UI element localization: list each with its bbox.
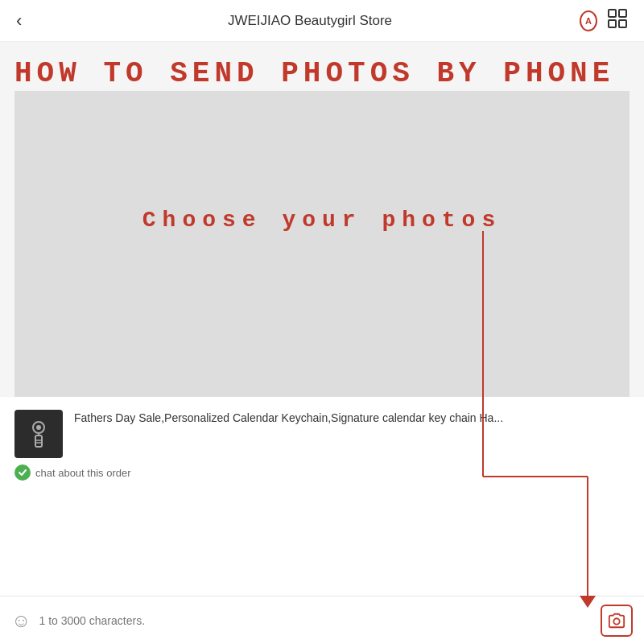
image-area: Choose your photos [14,91,630,397]
chat-order-label: chat about this order [35,467,131,479]
svg-rect-0 [609,10,616,17]
nav-icons: A [580,8,628,34]
navigation-bar: ‹ JWEIJIAO Beautygirl Store A [0,0,644,42]
product-thumbnail [14,410,63,458]
product-item[interactable]: Fathers Day Sale,Personalized Calendar K… [14,410,630,458]
message-input[interactable] [39,605,592,636]
product-section: Fathers Day Sale,Personalized Calendar K… [0,397,644,490]
translate-icon[interactable]: A [580,10,597,31]
choose-photos-label: Choose your photos [142,208,502,233]
check-icon [14,464,31,481]
svg-point-10 [613,618,619,624]
back-button[interactable]: ‹ [16,10,40,31]
svg-rect-2 [609,20,616,27]
svg-point-5 [36,425,41,430]
product-info: Fathers Day Sale,Personalized Calendar K… [74,410,630,427]
chat-order-row[interactable]: chat about this order [14,464,630,481]
headline-text: How to send photos by phone [0,42,644,91]
store-title: JWEIJIAO Beautygirl Store [40,13,580,29]
svg-rect-3 [619,20,626,27]
svg-rect-1 [619,10,626,17]
svg-rect-7 [35,436,42,447]
headline-section: How to send photos by phone Choose your … [0,42,644,397]
input-bar: ☺ [0,596,644,644]
emoji-button[interactable]: ☺ [11,609,31,632]
store-icon[interactable] [607,8,628,34]
product-title: Fathers Day Sale,Personalized Calendar K… [74,410,630,427]
camera-button[interactable] [601,605,633,637]
